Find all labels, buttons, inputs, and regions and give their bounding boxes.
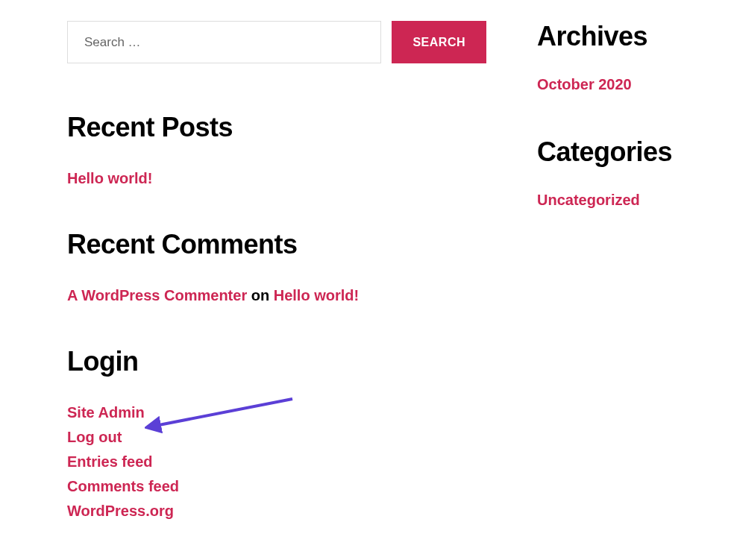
search-button[interactable]: SEARCH: [392, 21, 486, 63]
category-link[interactable]: Uncategorized: [537, 192, 640, 208]
comment-author-link[interactable]: A WordPress Commenter: [67, 287, 247, 303]
archive-link[interactable]: October 2020: [537, 76, 632, 92]
entries-feed-link[interactable]: Entries feed: [67, 453, 152, 470]
recent-post-link[interactable]: Hello world!: [67, 170, 152, 186]
comment-post-link[interactable]: Hello world!: [274, 287, 359, 303]
recent-comments-title: Recent Comments: [67, 229, 486, 260]
recent-comments-widget: Recent Comments A WordPress Commenter on…: [67, 229, 486, 304]
recent-posts-widget: Recent Posts Hello world!: [67, 112, 486, 187]
categories-widget: Categories Uncategorized: [537, 136, 686, 209]
list-item: Entries feed: [67, 453, 486, 471]
recent-comment-item: A WordPress Commenter on Hello world!: [67, 287, 486, 304]
list-item: WordPress.org: [67, 503, 486, 520]
search-input[interactable]: [67, 21, 381, 63]
list-item: Site Admin: [67, 404, 486, 421]
comment-on-text: on: [251, 287, 274, 303]
list-item: Log out: [67, 429, 486, 446]
site-admin-link[interactable]: Site Admin: [67, 404, 145, 421]
archives-widget: Archives October 2020: [537, 21, 686, 93]
comments-feed-link[interactable]: Comments feed: [67, 478, 179, 494]
search-form: SEARCH: [67, 21, 486, 63]
log-out-link[interactable]: Log out: [67, 429, 122, 445]
login-title: Login: [67, 346, 486, 377]
recent-posts-title: Recent Posts: [67, 112, 486, 143]
categories-title: Categories: [537, 136, 686, 168]
archives-title: Archives: [537, 21, 686, 52]
login-widget: Login Site Admin Log out Entries feed Co…: [67, 346, 486, 520]
list-item: Comments feed: [67, 478, 486, 495]
wordpress-org-link[interactable]: WordPress.org: [67, 503, 174, 519]
